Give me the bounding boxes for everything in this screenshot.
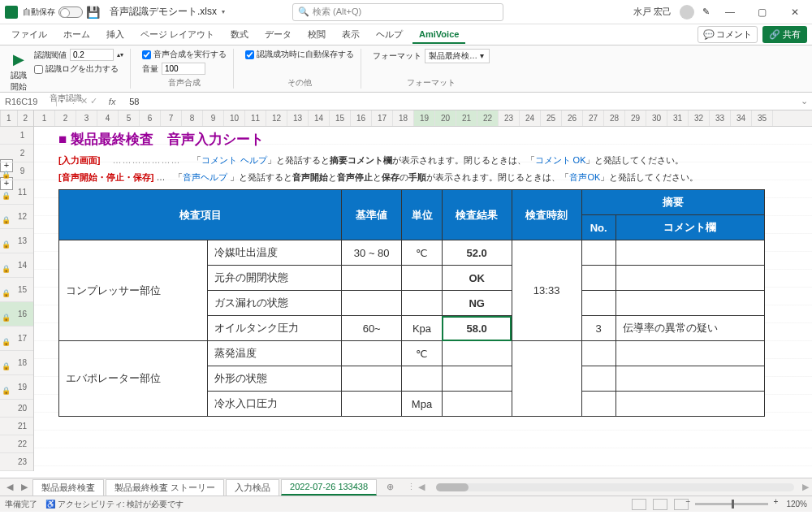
cell-item[interactable]: 蒸発温度 [208, 341, 342, 366]
column-header[interactable]: 31 [667, 110, 689, 126]
column-header[interactable]: 17 [372, 110, 393, 126]
synthesis-run-checkbox[interactable]: 音声合成を実行する [142, 49, 227, 60]
tab-nav-prev[interactable]: ◀ [3, 482, 16, 492]
grid-canvas[interactable]: 1234567891011121314151617181920212223242… [34, 110, 812, 478]
cell-time[interactable]: 13:33 [512, 240, 581, 341]
ribbon-tab-3[interactable]: ページ レイアウト [134, 25, 221, 44]
sheet-tab[interactable]: 入力検品 [226, 479, 279, 496]
minimize-button[interactable]: — [718, 6, 742, 18]
table-row[interactable]: コンプレッサー部位冷媒吐出温度30 ~ 80℃52.013:33 [59, 240, 765, 266]
row-header[interactable]: 🔒16 [0, 302, 33, 327]
column-header[interactable]: 35 [752, 110, 773, 126]
row-header[interactable]: 🔒13 [0, 229, 33, 253]
column-header[interactable]: 28 [604, 110, 625, 126]
name-box[interactable]: R16C19 [0, 97, 57, 106]
ribbon-tab-7[interactable]: 表示 [335, 25, 366, 44]
maximize-button[interactable]: ▢ [750, 6, 775, 18]
column-header[interactable]: 10 [224, 110, 245, 126]
column-header[interactable]: 27 [583, 110, 604, 126]
cell-item[interactable]: 冷媒吐出温度 [208, 240, 342, 266]
autosave-toggle[interactable]: 自動保存 オフ [23, 6, 81, 18]
column-header[interactable]: 33 [710, 110, 731, 126]
column-header[interactable]: 5 [119, 110, 140, 126]
cell-unit[interactable] [402, 291, 442, 316]
column-header[interactable]: 7 [161, 110, 182, 126]
row-header[interactable]: 🔒14 [0, 253, 33, 278]
row-header[interactable]: 🔒12 [0, 205, 33, 229]
column-header[interactable]: 25 [541, 110, 562, 126]
ribbon-tab-4[interactable]: 数式 [224, 25, 255, 44]
cell-item[interactable]: 外形の状態 [208, 366, 342, 392]
row-header[interactable]: 🔒9 [0, 162, 33, 180]
table-row[interactable]: エバポレーター部位蒸発温度℃ [59, 341, 765, 366]
column-header[interactable]: 4 [97, 110, 119, 126]
add-sheet-button[interactable]: ⊕ [378, 480, 402, 494]
volume-input[interactable] [162, 63, 205, 75]
cell-no[interactable] [581, 266, 615, 291]
sheet-tab[interactable]: 製品最終検査 ストーリー [106, 479, 224, 496]
row-header[interactable]: 22 [0, 435, 33, 453]
cell-item[interactable]: オイルタンク圧力 [208, 316, 342, 341]
column-header[interactable]: 24 [520, 110, 541, 126]
cell-group[interactable]: コンプレッサー部位 [59, 240, 208, 341]
cell-unit[interactable]: ℃ [402, 240, 442, 266]
cell-comment[interactable]: 伝導率の異常の疑い [615, 316, 764, 341]
cell-comment[interactable] [615, 240, 764, 266]
cell-result[interactable]: OK [442, 266, 512, 291]
dropdown-icon[interactable]: ▾ [57, 97, 67, 105]
cell-std[interactable] [342, 366, 402, 392]
close-button[interactable]: ✕ [783, 6, 807, 18]
column-header[interactable]: 2 [55, 110, 76, 126]
row-header[interactable]: 23 [0, 453, 33, 471]
cell-std[interactable] [342, 266, 402, 291]
document-name[interactable]: 音声認識デモシート.xlsx [110, 5, 217, 19]
column-header[interactable]: 15 [330, 110, 351, 126]
cell-comment[interactable] [615, 266, 764, 291]
column-header[interactable]: 6 [140, 110, 161, 126]
ribbon-tab-5[interactable]: データ [258, 25, 298, 44]
row-header[interactable]: 🔒19 [0, 375, 33, 400]
cell-unit[interactable] [402, 366, 442, 392]
tab-nav-next[interactable]: ▶ [18, 482, 31, 492]
cell-std[interactable]: 30 ~ 80 [342, 240, 402, 266]
cell-time[interactable] [512, 341, 581, 417]
column-header[interactable]: 29 [625, 110, 646, 126]
row-header[interactable]: 🔒18 [0, 351, 33, 375]
cell-unit[interactable]: ℃ [402, 341, 442, 366]
cell-result[interactable] [442, 392, 512, 417]
horizontal-scrollbar[interactable] [436, 483, 794, 491]
search-box[interactable]: 🔍 検索 (Alt+Q) [292, 3, 503, 21]
pen-icon[interactable]: ✎ [702, 6, 710, 17]
cell-result[interactable]: 52.0 [442, 240, 512, 266]
col-group-1[interactable]: 1 [0, 110, 17, 126]
ribbon-tab-9[interactable]: AmiVoice [412, 26, 465, 44]
view-page-layout-button[interactable] [653, 499, 667, 510]
column-header[interactable]: 32 [689, 110, 710, 126]
cell-unit[interactable]: Kpa [402, 316, 442, 341]
comment-button[interactable]: 💬 コメント [698, 26, 758, 43]
column-header[interactable]: 20 [435, 110, 456, 126]
col-group-2[interactable]: 2 [17, 110, 34, 126]
fx-icon[interactable]: fx [100, 97, 124, 106]
play-icon[interactable]: ▶ [8, 49, 29, 70]
sheet-tab[interactable]: 製品最終検査 [32, 479, 104, 496]
sheet-tab[interactable]: 2022-07-26 133438 [281, 479, 377, 496]
cell-no[interactable] [581, 240, 615, 266]
share-button[interactable]: 🔗 共有 [762, 26, 807, 43]
column-header[interactable]: 11 [245, 110, 266, 126]
cell-std[interactable] [342, 392, 402, 417]
threshold-input[interactable] [70, 49, 114, 61]
cell-unit[interactable] [402, 266, 442, 291]
row-header[interactable]: 🔒11 [0, 180, 33, 205]
cell-comment[interactable] [615, 291, 764, 316]
column-header[interactable]: 34 [731, 110, 752, 126]
column-header[interactable]: 22 [477, 110, 499, 126]
log-output-checkbox[interactable]: 認識ログを出力する [34, 63, 123, 75]
ribbon-tab-1[interactable]: ホーム [57, 25, 97, 44]
cell-result[interactable] [442, 341, 512, 366]
row-header[interactable]: 2 [0, 145, 33, 162]
cell-std[interactable] [342, 341, 402, 366]
cell-result[interactable]: 58.0 [442, 316, 512, 341]
column-header[interactable]: 16 [351, 110, 372, 126]
column-header[interactable]: 18 [393, 110, 414, 126]
